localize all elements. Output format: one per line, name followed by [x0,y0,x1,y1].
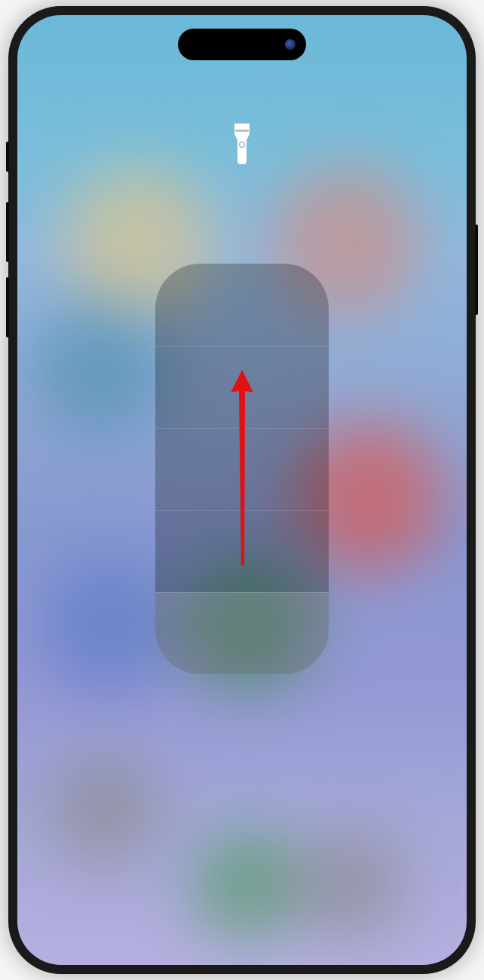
slider-tick [155,346,329,347]
dynamic-island [178,29,306,60]
slider-tick [155,428,329,429]
svg-rect-0 [235,130,249,132]
power-button [475,224,478,315]
volume-down-button [6,277,9,337]
iphone-device-frame [8,6,476,974]
swipe-up-arrow-annotation [223,362,261,576]
slider-fill-level [155,592,329,674]
volume-up-button [6,202,9,262]
silence-switch [6,142,9,172]
front-camera [285,39,296,50]
slider-tick [155,510,329,511]
flashlight-icon [227,121,257,166]
phone-screen [17,15,467,965]
flashlight-brightness-slider[interactable] [155,264,329,674]
